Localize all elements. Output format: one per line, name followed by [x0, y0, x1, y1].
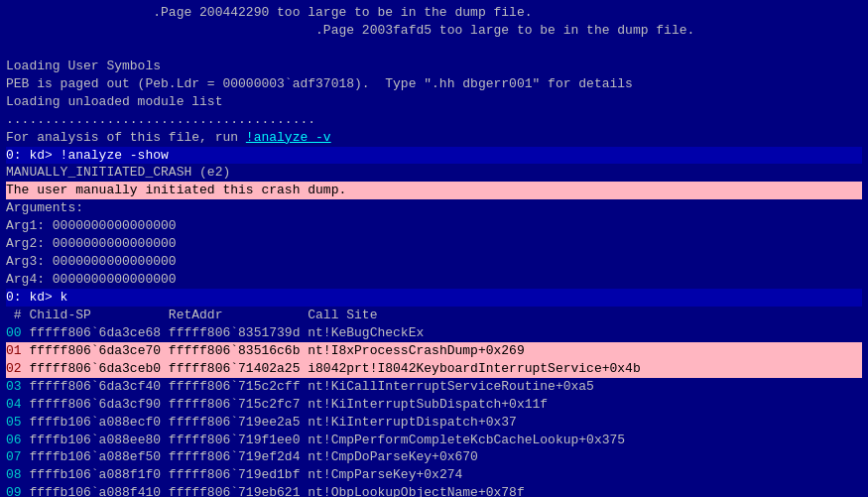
analyze-link[interactable]: !analyze -v: [246, 130, 331, 145]
stack-row-05: 05 ffffb106`a088ecf0 fffff806`719ee2a5 n…: [6, 414, 862, 432]
line-crash-type: MANUALLY_INITIATED_CRASH (e2): [6, 164, 862, 182]
stack-row-01: 01 fffff806`6da3ce70 fffff806`83516c6b n…: [6, 342, 862, 360]
line-crash-desc: The user manually initiated this crash d…: [6, 182, 862, 199]
terminal-window: .Page 200442290 too large to be in the d…: [0, 0, 868, 497]
line-stack-header: # Child-SP RetAddr Call Site: [6, 307, 862, 324]
line-arguments-header: Arguments:: [6, 199, 862, 217]
line-page2: .Page 2003fafd5 too large to be in the d…: [6, 22, 862, 40]
line-analyze-link[interactable]: For analysis of this file, run !analyze …: [6, 129, 862, 147]
stack-row-06: 06 ffffb106`a088ee80 fffff806`719f1ee0 n…: [6, 432, 862, 449]
line-dots: ........................................: [6, 111, 862, 129]
line-arg1: Arg1: 0000000000000000: [6, 217, 862, 235]
line-arg3: Arg3: 0000000000000000: [6, 253, 862, 271]
line-loading-symbols: Loading User Symbols: [6, 58, 862, 75]
line-arg4: Arg4: 0000000000000000: [6, 271, 862, 289]
stack-row-07: 07 ffffb106`a088ef50 fffff806`719ef2d4 n…: [6, 448, 862, 466]
stack-row-03: 03 fffff806`6da3cf40 fffff806`715c2cff n…: [6, 378, 862, 396]
stack-row-08: 08 ffffb106`a088f1f0 fffff806`719ed1bf n…: [6, 466, 862, 484]
stack-row-00: 00 fffff806`6da3ce68 fffff806`8351739d n…: [6, 324, 862, 342]
line-cmd-k: 0: kd> k: [6, 289, 862, 307]
line-arg2: Arg2: 0000000000000000: [6, 235, 862, 253]
line-blank1: [6, 40, 862, 58]
stack-row-09: 09 ffffb106`a088f410 fffff806`719eb621 n…: [6, 484, 862, 497]
line-cmd-analyze-show: 0: kd> !analyze -show: [6, 147, 862, 165]
line-peb: PEB is paged out (Peb.Ldr = 00000003`adf…: [6, 75, 862, 93]
line-loading-modules: Loading unloaded module list: [6, 93, 862, 111]
stack-row-04: 04 fffff806`6da3cf90 fffff806`715c2fc7 n…: [6, 396, 862, 414]
line-page1: .Page 200442290 too large to be in the d…: [6, 4, 862, 22]
stack-row-02: 02 fffff806`6da3ceb0 fffff806`71402a25 i…: [6, 360, 862, 378]
